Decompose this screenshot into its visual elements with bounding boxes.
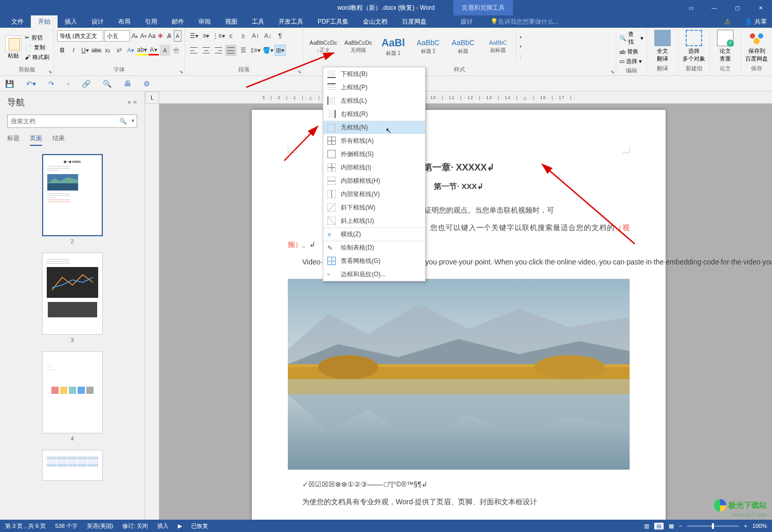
select-button[interactable]: ▭ 选择▾ [619,57,644,66]
cut-button[interactable]: ✂ 剪切 [25,33,49,42]
tab-view[interactable]: 视图 [218,15,245,28]
borders-dialog-item[interactable]: ▫边框和底纹(O)... [323,268,425,281]
shrink-font-button[interactable]: A▾ [140,30,148,42]
ribbon-options-icon[interactable]: ▭ [679,0,703,15]
style-item[interactable]: AaBbCcDc无间隔 [341,32,375,62]
nav-tab-headings[interactable]: 标题 [7,134,20,146]
tab-review[interactable]: 审阅 [191,15,218,28]
border-inside-v-item[interactable]: 内部竖框线(V) [323,187,425,201]
styles-more-button[interactable]: ▴▾⋮ [516,32,524,62]
underline-button[interactable]: U▾ [80,45,90,56]
nav-pin-icon[interactable]: ▾ ✕ [128,99,137,106]
tab-hf-design[interactable]: 设计 [453,15,480,28]
text-direction-button[interactable]: A↕ [250,30,261,42]
read-mode-icon[interactable]: ▥ [644,523,649,529]
word-count[interactable]: 538 个字 [55,522,77,530]
nav-tab-pages[interactable]: 页面 [30,134,42,146]
copy-button[interactable]: 📄 复制 [25,43,49,52]
print-icon[interactable]: 🖶 [124,80,131,88]
zoom-out-button[interactable]: − [679,523,682,529]
thumb-page-5[interactable] [42,450,103,481]
style-item[interactable]: AaBl标题 1 [376,32,410,62]
page-indicator[interactable]: 第 3 页，共 6 页 [5,522,46,530]
link-icon[interactable]: 🔗 [82,80,90,88]
language-indicator[interactable]: 英语(美国) [87,522,113,530]
border-diag-up-item[interactable]: 斜上框线(U) [323,214,425,227]
ruler-vertical[interactable] [145,104,159,522]
superscript-button[interactable]: x² [114,45,124,56]
style-item[interactable]: AaBbC标题 [446,32,480,62]
tab-wps[interactable]: 金山文档 [356,15,395,28]
decrease-indent-button[interactable]: ≤ [225,30,236,42]
thumb-page-2[interactable]: 第一章 XXXXX ━━━━━━━━━━━━━━━━━━━━━━━━━━━━━━… [42,154,103,244]
select-multi-button[interactable]: 选择 多个对象 [683,30,705,63]
web-layout-icon[interactable]: ▦ [669,523,674,529]
bullets-button[interactable]: ☰▾ [188,30,199,42]
border-outside-item[interactable]: 外侧框线(S) [323,147,425,161]
tab-dev[interactable]: 开发工具 [271,15,310,28]
nav-tab-results[interactable]: 结果 [52,134,65,146]
zoom-slider[interactable] [687,525,739,527]
tab-home[interactable]: 开始 [31,15,58,28]
subscript-button[interactable]: x₂ [103,45,113,56]
tab-pdf[interactable]: PDF工具集 [310,15,356,28]
thumb-page-3[interactable]: ━━━━━━━━━━━━━━━━━━━━━━━━━━━━━━━━━━━━━━━━… [42,253,103,343]
zoom-level[interactable]: 100% [752,523,767,529]
clear-format-button[interactable]: A̷ [165,30,173,42]
thumb-page-4[interactable]: ━━━━━━━━━━━━━━━━━━━ 4 [42,351,103,442]
multilevel-button[interactable]: ⋮≡▾ [213,30,224,42]
font-size-select[interactable] [104,30,130,42]
align-right-button[interactable] [213,45,224,56]
macro-icon[interactable]: ▶ [178,523,182,529]
border-left-item[interactable]: 左框线(L) [323,94,425,107]
share-button[interactable]: 👤 共享 [745,17,767,26]
change-case-button[interactable]: Aa [148,30,156,42]
tool-icon[interactable]: ⚙ [143,80,150,88]
increase-indent-button[interactable]: ≥ [237,30,249,42]
border-inside-item[interactable]: 内部框线(I) [323,161,425,174]
font-family-select[interactable] [57,30,103,42]
strike-button[interactable]: abc [91,45,102,56]
baidu-save-button[interactable]: 保存到 百度网盘 [745,30,768,63]
maximize-button[interactable]: ▢ [726,0,749,15]
bold-button[interactable]: B [57,45,67,56]
tab-tools[interactable]: 工具 [245,15,271,28]
search-options-icon[interactable]: ▾ [132,118,134,123]
border-diag-down-item[interactable]: 斜下框线(W) [323,201,425,214]
char-shading-button[interactable]: A [160,45,170,56]
border-bottom-item[interactable]: 下框线(B) [323,67,425,81]
horizontal-line-item[interactable]: ≡横线(Z) [323,227,425,241]
save-icon[interactable]: 💾 [5,80,14,88]
format-painter-button[interactable]: 🖌 格式刷 [25,53,49,62]
font-color-button[interactable]: A▾ [149,45,159,55]
undo-icon[interactable]: ↶▾ [26,80,36,88]
tab-mail[interactable]: 邮件 [164,15,191,28]
clipboard-launcher-icon[interactable]: ⬊ [48,69,52,74]
document-area[interactable]: L 3 · | · 2 · | · 1 · | · △ · | · 1 · 4 … [145,91,772,522]
align-justify-button[interactable] [225,45,236,56]
font-launcher-icon[interactable]: ⬊ [179,69,183,74]
border-inside-h-item[interactable]: 内部横框线(H) [323,174,425,187]
new-icon[interactable]: ▫ [67,80,69,88]
border-right-item[interactable]: 右框线(R) [323,107,425,121]
highlight-button[interactable]: ab▾ [137,45,147,55]
print-layout-icon[interactable]: ▤ [654,523,664,529]
tab-layout[interactable]: 布局 [111,15,138,28]
insert-mode[interactable]: 插入 [157,522,169,530]
tab-design[interactable]: 设计 [84,15,111,28]
align-center-button[interactable] [200,45,212,56]
show-marks-button[interactable]: ¶ [274,30,286,42]
tab-file[interactable]: 文件 [4,15,31,28]
enclose-char-button[interactable]: ㊥ [171,45,181,56]
style-item[interactable]: AaBbC标题 2 [411,32,445,62]
minimize-button[interactable]: — [703,0,726,15]
redo-icon[interactable]: ↷ [48,80,54,88]
italic-button[interactable]: I [68,45,79,56]
print-preview-icon[interactable]: 🔍 [103,80,112,88]
warning-icon[interactable]: ⚠ [724,17,731,26]
border-none-item[interactable]: 无框线(N) [323,121,425,134]
align-left-button[interactable] [188,45,199,56]
phonetic-button[interactable]: ✱ [157,30,164,42]
grow-font-button[interactable]: A▴ [131,30,139,42]
ruler-horizontal[interactable]: 3 · | · 2 · | · 1 · | · △ · | · 1 · 4 · … [159,91,772,104]
